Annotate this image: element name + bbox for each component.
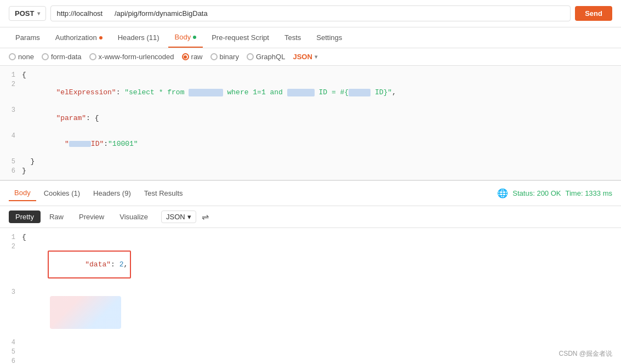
pretty-button[interactable]: Pretty xyxy=(9,211,41,223)
body-type-row: none form-data x-www-form-urlencoded raw… xyxy=(0,48,621,66)
data-highlight-box: "data": 2, xyxy=(48,251,131,278)
response-format-chevron-icon: ▾ xyxy=(187,213,191,221)
format-chevron-icon: ▾ xyxy=(315,54,317,60)
body-type-formdata[interactable]: form-data xyxy=(42,53,82,61)
code-line-1: 1 { xyxy=(0,70,621,79)
body-type-binary[interactable]: binary xyxy=(210,53,239,61)
radio-none xyxy=(9,53,16,60)
visualize-button[interactable]: Visualize xyxy=(113,211,155,223)
code-line-3: 3 "param": { xyxy=(0,105,621,131)
blurred-data-1 xyxy=(50,296,121,329)
response-format-dropdown[interactable]: JSON ▾ xyxy=(161,211,196,223)
radio-formdata xyxy=(42,53,49,60)
url-input[interactable] xyxy=(50,5,571,21)
tab-settings[interactable]: Settings xyxy=(310,28,349,47)
code-line-5: 5 } xyxy=(0,157,621,166)
response-header: Body Cookies (1) Headers (9) Test Result… xyxy=(0,181,621,206)
url-bar: POST ▾ Send xyxy=(0,0,621,27)
authorization-dot xyxy=(99,36,102,39)
code-line-4: 4 " ID":"10001" xyxy=(0,131,621,157)
radio-raw xyxy=(182,53,189,60)
response-body: 1 { 2 "data": 2, 3 4 5 6 7 8 } xyxy=(0,228,621,364)
response-line-3: 3 xyxy=(0,287,621,338)
radio-urlencoded xyxy=(89,53,96,60)
raw-button[interactable]: Raw xyxy=(43,211,70,223)
response-toolbar: Pretty Raw Preview Visualize JSON ▾ ⇌ xyxy=(0,206,621,228)
time-label: Time: 1333 ms xyxy=(566,189,613,197)
tab-headers[interactable]: Headers (11) xyxy=(111,28,166,47)
response-line-5: 5 xyxy=(0,347,621,356)
send-button[interactable]: Send xyxy=(575,6,612,21)
format-dropdown[interactable]: JSON ▾ xyxy=(293,53,317,61)
method-label: POST xyxy=(15,9,34,18)
request-tabs: Params Authorization Headers (11) Body P… xyxy=(0,27,621,48)
watermark: CSDN @掘金者说 xyxy=(559,349,612,359)
method-select[interactable]: POST ▾ xyxy=(9,6,46,21)
redacted-3 xyxy=(349,89,371,96)
body-type-urlencoded[interactable]: x-www-form-urlencoded xyxy=(89,53,174,61)
tab-authorization[interactable]: Authorization xyxy=(49,28,109,47)
response-tab-cookies[interactable]: Cookies (1) xyxy=(38,186,86,201)
response-line-4: 4 xyxy=(0,338,621,347)
method-chevron-icon: ▾ xyxy=(37,10,40,16)
code-line-6: 6 } xyxy=(0,166,621,175)
response-tab-testresults[interactable]: Test Results xyxy=(139,186,189,201)
radio-graphql xyxy=(247,53,254,60)
code-line-2: 2 "elExpression": "select * from where 1… xyxy=(0,79,621,105)
response-line-1: 1 { xyxy=(0,232,621,242)
preview-button[interactable]: Preview xyxy=(72,211,111,223)
request-body-editor[interactable]: 1 { 2 "elExpression": "select * from whe… xyxy=(0,66,621,181)
redacted-1 xyxy=(189,89,223,96)
tab-prerequest[interactable]: Pre-request Script xyxy=(205,28,276,47)
globe-icon: 🌐 xyxy=(497,188,508,198)
response-line-6: 6 xyxy=(0,356,621,364)
body-type-raw[interactable]: raw xyxy=(182,53,203,61)
tab-body[interactable]: Body xyxy=(168,27,203,48)
body-type-none[interactable]: none xyxy=(9,53,34,61)
response-tab-body[interactable]: Body xyxy=(9,185,36,201)
tab-params[interactable]: Params xyxy=(9,28,47,47)
response-status: 🌐 Status: 200 OK Time: 1333 ms xyxy=(497,188,612,198)
radio-binary xyxy=(210,53,218,60)
redacted-2 xyxy=(287,89,315,96)
tab-tests[interactable]: Tests xyxy=(278,28,307,47)
body-type-graphql[interactable]: GraphQL xyxy=(247,53,285,61)
body-dot xyxy=(193,36,196,39)
status-label: Status: 200 OK xyxy=(512,189,561,197)
response-tab-headers[interactable]: Headers (9) xyxy=(88,186,136,201)
response-line-2: 2 "data": 2, xyxy=(0,242,621,287)
wrap-icon[interactable]: ⇌ xyxy=(202,212,209,222)
